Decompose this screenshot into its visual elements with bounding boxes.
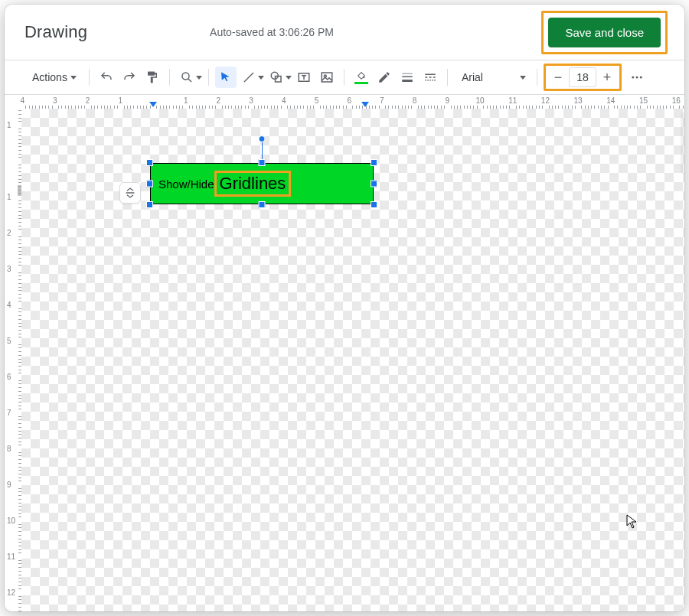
autosave-status: Auto-saved at 3:06:26 PM	[210, 26, 334, 38]
ruler-v-number: 9	[7, 481, 11, 489]
caret-down-icon	[520, 76, 526, 80]
svg-rect-10	[425, 77, 427, 78]
resize-handle-ne[interactable]	[371, 159, 377, 166]
rotate-handle[interactable]	[259, 135, 266, 142]
shape-tool-button[interactable]	[266, 67, 287, 88]
svg-rect-8	[402, 80, 413, 82]
save-and-close-button[interactable]: Save and close	[548, 18, 661, 47]
svg-rect-17	[434, 80, 436, 81]
border-color-button[interactable]	[374, 67, 395, 88]
text-box-shape[interactable]: Show/Hide Gridlines	[150, 163, 374, 204]
ruler-h-number: 12	[541, 96, 550, 105]
svg-rect-11	[429, 77, 431, 78]
ruler-v-number: 7	[7, 409, 11, 417]
ruler-h-number: 16	[672, 96, 681, 105]
border-dash-button[interactable]	[420, 67, 441, 88]
more-options-button[interactable]	[626, 67, 648, 88]
actions-label: Actions	[32, 71, 67, 83]
shape-text-right[interactable]: Gridlines	[220, 174, 286, 194]
ruler-v-number: 3	[7, 265, 11, 273]
svg-rect-9	[425, 74, 436, 76]
actions-menu-button[interactable]: Actions	[26, 67, 83, 88]
svg-rect-6	[402, 73, 413, 74]
ruler-h-number: 11	[508, 96, 517, 105]
caret-down-icon	[70, 76, 77, 80]
ruler-v-number: 6	[7, 373, 11, 381]
dialog-header: Drawing Auto-saved at 3:06:26 PM Save an…	[5, 5, 684, 60]
svg-point-20	[640, 77, 642, 79]
ruler-h-number: 4	[20, 96, 24, 105]
ruler-h-number: 13	[574, 96, 583, 105]
font-size-increase-button[interactable]: +	[596, 67, 618, 87]
undo-button[interactable]	[96, 67, 117, 88]
ruler-h-number: 2	[217, 96, 221, 105]
highlight-font-size: − +	[544, 64, 622, 91]
svg-rect-13	[425, 80, 426, 81]
svg-point-18	[632, 77, 634, 79]
ruler-h-number: 3	[249, 96, 253, 105]
ruler-h-number: 1	[119, 96, 123, 105]
ruler-h-number: 9	[446, 96, 450, 105]
ruler-v-number: 1	[7, 193, 11, 201]
resize-handle-e[interactable]	[371, 181, 377, 187]
separator	[208, 69, 209, 86]
dialog-title: Drawing	[24, 22, 87, 42]
ruler-h-number: 6	[347, 96, 351, 105]
image-button[interactable]	[316, 67, 338, 88]
separator	[537, 69, 537, 86]
svg-rect-14	[427, 80, 429, 81]
separator	[344, 69, 344, 86]
font-family-dropdown[interactable]: Arial	[454, 67, 531, 88]
resize-handle-s[interactable]	[259, 201, 266, 208]
svg-rect-15	[429, 80, 431, 81]
line-tool-button[interactable]	[238, 67, 260, 88]
resize-handle-w[interactable]	[146, 181, 153, 187]
drawing-dialog: Drawing Auto-saved at 3:06:26 PM Save an…	[5, 5, 684, 611]
resize-handle-se[interactable]	[371, 201, 377, 208]
separator	[447, 69, 448, 86]
ruler-h-number: 8	[413, 96, 417, 105]
ruler-h-number: 7	[380, 96, 384, 105]
scrollbar-thumb[interactable]	[681, 112, 684, 174]
textbox-button[interactable]	[293, 67, 315, 88]
separator	[169, 69, 170, 86]
ruler-h-number: 14	[606, 96, 615, 105]
caret-down-icon[interactable]	[286, 76, 292, 80]
svg-rect-7	[402, 77, 413, 78]
toolbar: Actions	[5, 60, 684, 94]
svg-rect-12	[433, 77, 436, 78]
mouse-cursor-icon	[626, 514, 638, 533]
redo-button[interactable]	[119, 67, 140, 88]
resize-handle-sw[interactable]	[146, 201, 153, 208]
highlight-text-fragment: Gridlines	[214, 171, 292, 197]
fill-color-button[interactable]	[351, 67, 372, 88]
caret-down-icon[interactable]	[196, 76, 202, 80]
resize-handle-n[interactable]	[259, 159, 266, 166]
ruler-h-number: 3	[53, 96, 57, 105]
ruler-h-number: 2	[86, 96, 90, 105]
selected-shape[interactable]: Show/Hide Gridlines	[150, 163, 374, 204]
move-handle[interactable]	[119, 182, 141, 204]
ruler-v-number: 1	[7, 121, 11, 129]
caret-down-icon[interactable]	[258, 76, 264, 80]
ruler-v-number: 2	[7, 229, 11, 237]
ruler-v-number: 8	[7, 445, 11, 453]
svg-rect-4	[322, 73, 332, 82]
svg-point-0	[182, 73, 189, 80]
ruler-v-number: 10	[7, 517, 15, 525]
drawing-canvas[interactable]: Show/Hide Gridlines	[21, 109, 684, 611]
ruler-horizontal[interactable]: 432112345678910111213141516	[21, 95, 684, 109]
zoom-button[interactable]	[176, 67, 198, 88]
font-size-decrease-button[interactable]: −	[547, 67, 569, 87]
ruler-vertical[interactable]: 112345678910111213	[5, 109, 21, 611]
ruler-v-number: 4	[7, 301, 11, 309]
shape-text-left: Show/Hide	[158, 178, 214, 191]
font-size-input[interactable]	[569, 67, 596, 87]
resize-handle-nw[interactable]	[146, 159, 153, 166]
svg-rect-16	[432, 80, 433, 81]
paint-format-button[interactable]	[142, 67, 163, 88]
ruler-v-number: 5	[7, 337, 11, 345]
border-weight-button[interactable]	[397, 67, 418, 88]
select-tool-button[interactable]	[215, 67, 237, 88]
highlight-save: Save and close	[541, 11, 668, 54]
